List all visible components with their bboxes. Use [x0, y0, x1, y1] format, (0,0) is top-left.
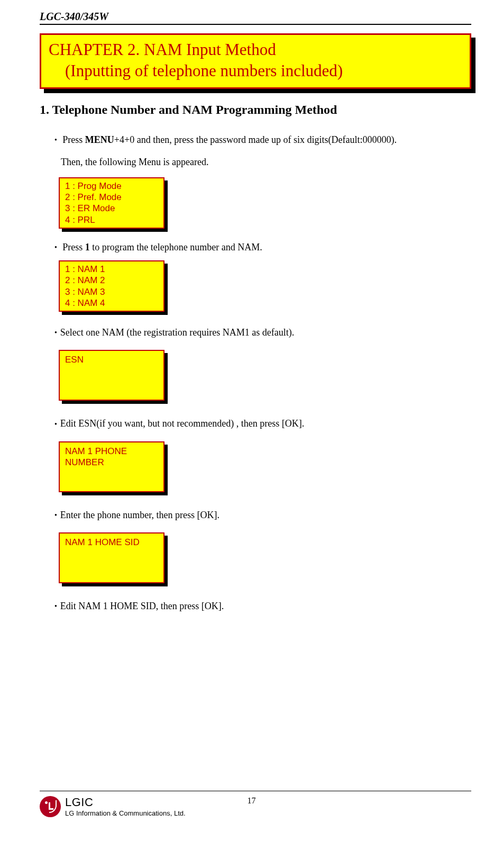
- screen-sid-inner: NAM 1 HOME SID: [59, 532, 164, 583]
- screen-sid: NAM 1 HOME SID: [59, 532, 164, 583]
- step-2-bold: 1: [85, 242, 90, 252]
- step-6: Edit NAM 1 HOME SID, then press [OK].: [54, 597, 471, 615]
- chapter-title-line2: (Inputting of telephone numbers included…: [49, 60, 462, 82]
- screen-esn: ESN: [59, 350, 164, 401]
- phone-line-1: NAM 1 PHONE: [65, 446, 158, 457]
- page-number: 17: [248, 796, 256, 806]
- nam-line-4: 4 : NAM 4: [65, 297, 158, 309]
- step-1-bold: MENU: [85, 134, 114, 145]
- phone-line-2: NUMBER: [65, 457, 158, 468]
- step-3: Select one NAM (the registration require…: [54, 323, 471, 341]
- step-2-prefix: Press: [62, 242, 85, 252]
- sid-line-1: NAM 1 HOME SID: [65, 537, 158, 548]
- footer-text: LGIC LG Information & Communications, Lt…: [65, 795, 186, 817]
- screen-esn-inner: ESN: [59, 350, 164, 401]
- menu-line-1: 1 : Prog Mode: [65, 180, 158, 192]
- nam-line-2: 2 : NAM 2: [65, 275, 158, 286]
- step-1: Press MENU+4+0 and then, press the passw…: [54, 131, 471, 149]
- screen-menu: 1 : Prog Mode 2 : Pref. Mode 3 : ER Mode…: [59, 177, 164, 229]
- screen-nam-inner: 1 : NAM 1 2 : NAM 2 3 : NAM 3 4 : NAM 4: [59, 260, 164, 312]
- menu-line-3: 3 : ER Mode: [65, 203, 158, 214]
- screen-phone: NAM 1 PHONE NUMBER: [59, 441, 164, 492]
- lg-logo-icon: [40, 796, 61, 817]
- step-2: Press 1 to program the telephone number …: [54, 238, 471, 256]
- screen-phone-inner: NAM 1 PHONE NUMBER: [59, 441, 164, 492]
- chapter-box: CHAPTER 2. NAM Input Method (Inputting o…: [40, 33, 471, 89]
- section-title: 1. Telephone Number and NAM Programming …: [40, 103, 471, 117]
- step-4: Edit ESN(if you want, but not recommende…: [54, 414, 471, 432]
- step-1-suffix: +4+0 and then, press the password made u…: [114, 134, 397, 145]
- step-2-suffix: to program the telephone number and NAM.: [90, 242, 262, 252]
- header-rule: [40, 24, 471, 25]
- screen-nam: 1 : NAM 1 2 : NAM 2 3 : NAM 3 4 : NAM 4: [59, 260, 164, 312]
- step-1-prefix: Press: [62, 134, 85, 145]
- nam-line-1: 1 : NAM 1: [65, 264, 158, 275]
- footer-company: LG Information & Communications, Ltd.: [65, 809, 186, 817]
- model-header: LGC-340/345W: [40, 11, 471, 23]
- footer-lgic: LGIC: [65, 795, 186, 809]
- screen-menu-inner: 1 : Prog Mode 2 : Pref. Mode 3 : ER Mode…: [59, 177, 164, 229]
- step-1b: Then, the following Menu is appeared.: [61, 153, 471, 171]
- chapter-box-inner: CHAPTER 2. NAM Input Method (Inputting o…: [40, 33, 471, 89]
- footer-rule: [40, 791, 471, 791]
- chapter-title-line1: CHAPTER 2. NAM Input Method: [49, 39, 462, 60]
- step-5: Enter the phone number, then press [OK].: [54, 506, 471, 524]
- menu-line-4: 4 : PRL: [65, 214, 158, 225]
- nam-line-3: 3 : NAM 3: [65, 286, 158, 297]
- esn-line-1: ESN: [65, 354, 158, 365]
- menu-line-2: 2 : Pref. Mode: [65, 192, 158, 203]
- page: LGC-340/345W CHAPTER 2. NAM Input Method…: [0, 0, 503, 820]
